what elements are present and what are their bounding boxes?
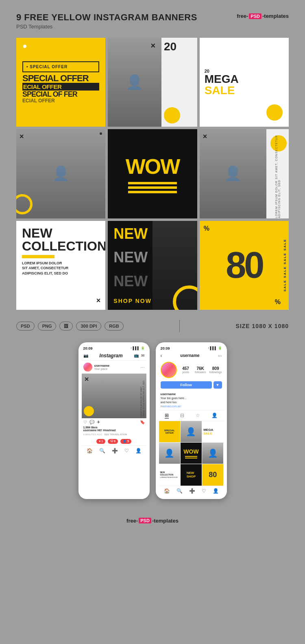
banner6-image: 👤	[200, 129, 266, 218]
banner1-dot	[23, 45, 26, 48]
phone1-home-icon[interactable]: 🏠	[87, 448, 93, 454]
phone1-profile-icon[interactable]: 👤	[135, 448, 142, 454]
phone1-time: 20:09	[83, 346, 93, 350]
phone2-bio-link[interactable]: marinad.com.ar/	[161, 404, 222, 408]
phone2-grid-img4: 👤	[159, 443, 180, 464]
phone1-bookmark-icon[interactable]: 🔖	[140, 420, 145, 424]
banner9-sale-vertical: SALE SALE SALE SALE	[283, 221, 287, 310]
banner1-line4: SPECIAL OF FER	[22, 91, 99, 98]
banner1-line5: ECIAL OFFER	[22, 98, 99, 104]
phone1-caption: username Hi!! #marinad	[82, 429, 146, 433]
phone2-follow-row: Follow ▼	[159, 380, 224, 390]
phone2-profile-section: 457 posts 76K followers 809 followings	[159, 360, 224, 380]
banner9-percent-top: %	[204, 225, 209, 232]
format-divider	[179, 320, 180, 332]
phone2-profile: 20:09 ↑ ▌▌▌ 🔋 ‹ username ··· 457 posts	[156, 342, 227, 499]
phone1-search-icon[interactable]: 🔍	[99, 448, 105, 454]
phone2-followers-num: 76K	[195, 366, 206, 371]
banner6-side-text: LOREM IPSUM DOLOR SIT AMET, CONSECTETUR …	[275, 129, 281, 218]
phone2-grid-img6: 👤	[202, 443, 223, 464]
phone1-share-icon[interactable]: ✈	[97, 420, 100, 424]
phone2-grid-wow-lines	[185, 456, 197, 458]
banner5-lines	[128, 182, 177, 193]
banner6-x-icon: ×	[203, 132, 207, 141]
brand-suffix: -templates	[262, 13, 289, 19]
badge-psd: PSD	[16, 322, 35, 331]
phone2-grid-mega: MEGA	[203, 428, 222, 432]
banner-9-sale-80: % 80 SALE SALE SALE SALE %	[200, 221, 289, 310]
phone1-heart-nav-icon[interactable]: ♡	[124, 448, 129, 454]
header-left: 9 FREE YELLOW INSTAGRAM BANNERS PSD Temp…	[16, 12, 197, 30]
phone1-see-translation[interactable]: SEE TRANSLATION	[104, 433, 127, 436]
banner7-top: NEW COLLECTION LOREM IPSUM DOLORSIT AMET…	[22, 227, 100, 276]
banner-8-new-shop: NEW NEW NEW SHOP NOW	[108, 221, 197, 310]
footer-brand-prefix: free-	[126, 518, 138, 524]
phone2-search-icon[interactable]: 🔍	[176, 488, 183, 494]
phone2-add-icon[interactable]: ➕	[189, 488, 195, 494]
phone1-username: username	[94, 364, 141, 367]
phone2-tab-grid[interactable]: ⊞	[165, 413, 169, 419]
phone1-more-icon[interactable]: ···	[140, 364, 144, 370]
phone2-posts-label: posts	[180, 371, 192, 374]
phone2-tab-tagged[interactable]: ☆	[196, 413, 200, 419]
phone1-header-icons: 📺 ✉	[134, 353, 144, 358]
phone1-add-icon[interactable]: ➕	[112, 448, 118, 454]
phone1-comment-icon[interactable]: 💬	[89, 420, 94, 424]
phone1-post-x-icon: ✕	[84, 376, 89, 383]
phone2-grid-collection: NEWCOLLECTIONLOREM IPSUM DOLOR	[160, 471, 179, 479]
phone2-followers-stat: 76K followers	[195, 366, 206, 374]
phone2-follow-button[interactable]: Follow	[161, 381, 212, 389]
phone2-grid-cell-4: 👤	[159, 443, 180, 464]
banner2-x-icon: ×	[151, 41, 156, 50]
banner7-new: NEW	[22, 227, 100, 240]
banner-5-wow: WOW	[108, 129, 197, 218]
phone1-heart-icon[interactable]: ♡	[83, 420, 87, 424]
phone1-post-time: 8 MINUTES AGO SEE TRANSLATION	[82, 433, 146, 437]
phone1-tv-icon: 📺	[134, 353, 139, 358]
banner-2-fashion: 👤 × 20	[108, 38, 197, 127]
banner2-right: 20	[161, 38, 197, 127]
phone2-home-icon[interactable]: 🏠	[164, 488, 170, 494]
phone2-grid-sale: SALE	[203, 432, 222, 435]
phone2-following-num: 809	[209, 366, 222, 371]
size-label: SIZE 1080 X 1080	[236, 323, 289, 329]
phone2-location-icon: ↑	[207, 346, 209, 350]
phone2-grid-cell-1: SPECIALOFFER	[159, 421, 180, 442]
phone1-likes: 1.984 likes	[82, 426, 146, 429]
phone2-grid-80: 80	[209, 471, 217, 479]
banner-3-mega-sale: 20 MEGA SALE	[200, 38, 289, 127]
phone2-back-icon[interactable]: ‹	[161, 353, 162, 359]
banner1-line1: • SPECIAL OFFER	[26, 65, 95, 69]
brand-logo: free-PSD-templates	[237, 13, 289, 19]
phone2-followers-label: followers	[195, 371, 206, 374]
phone2-tab-list[interactable]: ⊟	[180, 413, 184, 419]
banner1-line2: SPECIAL OFFER	[22, 74, 99, 83]
phone1-actions: ♡ 💬 ✈ 🔖	[82, 418, 146, 426]
header-right: free-PSD-templates	[237, 12, 289, 19]
phone2-grid-cell-9: 80	[202, 464, 223, 485]
phone1-app-name: Instagram	[99, 353, 122, 359]
banner-1-special-offer: • SPECIAL OFFER SPECIAL OFFER ECIAL OFFE…	[16, 38, 105, 127]
format-badges: PSD PNG 🖼 300 DPI RGB	[16, 322, 124, 331]
phone1-post-header: username Your place ···	[82, 361, 146, 374]
phone2-heart-icon[interactable]: ♡	[202, 488, 206, 494]
phone2-tab-igtv[interactable]: 👤	[211, 413, 218, 419]
format-section: PSD PNG 🖼 300 DPI RGB SIZE 1080 X 1080	[16, 320, 289, 332]
phone2-status-icons: ↑ ▌▌▌ 🔋	[207, 346, 222, 350]
phone2-more-icon[interactable]: ···	[218, 353, 222, 359]
banner3-mega: MEGA	[205, 73, 284, 85]
phone1-bottom-nav: 🏠 🔍 ➕ ♡ 👤	[82, 445, 146, 456]
phone2-grid-img2: 👤	[181, 421, 202, 442]
phone1-caption-text: Hi!! #marinad	[98, 429, 116, 432]
banner-6-portrait-text: 👤 × LOREM IPSUM DOLOR SIT AMET, CONSECTE…	[200, 129, 289, 218]
banner5-line3	[128, 191, 177, 193]
phone1-location-icon: ↑	[130, 346, 132, 350]
phone2-wow-line1	[185, 456, 197, 457]
banner1-inner: • SPECIAL OFFER	[22, 61, 99, 72]
phone1-post-image: ✕ LOREM IPSUM DOLOR SIT AMET, CONSECTETU…	[82, 374, 146, 418]
phone2-dropdown-button[interactable]: ▼	[214, 381, 222, 389]
badge-png: PNG	[38, 322, 57, 331]
phone2-profile-icon[interactable]: 👤	[213, 488, 219, 494]
brand-psd: PSD	[249, 13, 261, 19]
phone2-bio-line2: and here too.	[161, 400, 222, 404]
